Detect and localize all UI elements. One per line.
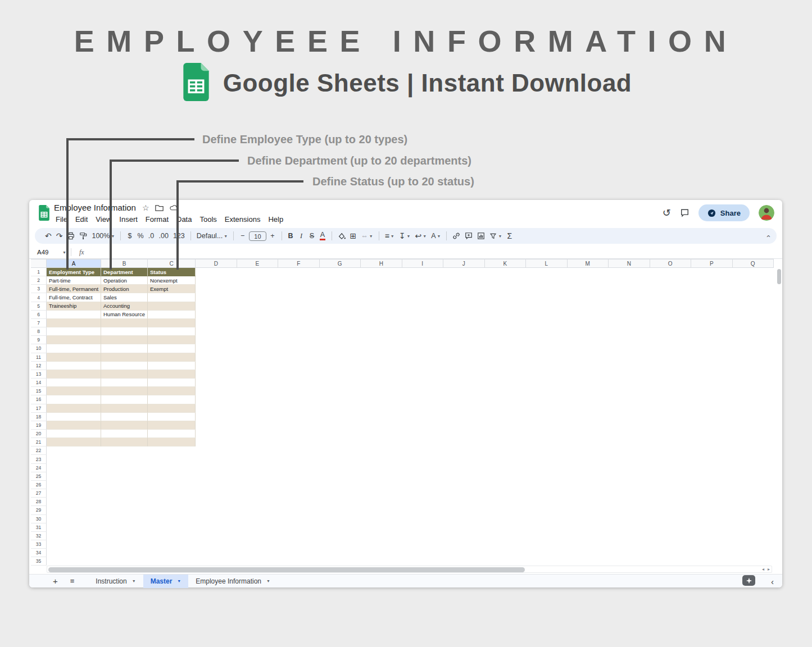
sheet-tab-menu-icon[interactable]: ▼ (132, 579, 136, 583)
cell-C4[interactable] (148, 293, 196, 302)
horizontal-align-icon[interactable]: ≡▼ (383, 232, 397, 240)
menu-insert[interactable]: Insert (115, 214, 142, 225)
sheet-tab-employee-information[interactable]: Employee Information▼ (188, 575, 278, 588)
row-header-35[interactable]: 35 (31, 557, 47, 566)
row-header-7[interactable]: 7 (31, 319, 47, 327)
row-header-23[interactable]: 23 (31, 455, 47, 463)
cell-C5[interactable] (148, 302, 196, 311)
italic-button[interactable]: I (296, 233, 307, 240)
cell-C27[interactable] (148, 489, 196, 498)
cell-A22[interactable] (47, 446, 101, 455)
row-header-12[interactable]: 12 (31, 362, 47, 370)
cell-B25[interactable] (101, 472, 148, 481)
cell-C25[interactable] (148, 472, 196, 481)
cell-B7[interactable] (101, 319, 148, 327)
bold-button[interactable]: B (285, 233, 296, 240)
decrease-font-button[interactable]: − (237, 233, 248, 240)
row-header-25[interactable]: 25 (31, 472, 47, 481)
column-header-N[interactable]: N (609, 259, 650, 268)
row-header-4[interactable]: 4 (31, 293, 47, 302)
column-header-I[interactable]: I (402, 259, 444, 268)
gemini-sparkle-icon[interactable] (742, 575, 755, 586)
row-header-20[interactable]: 20 (31, 430, 47, 438)
horizontal-scrollbar[interactable]: ◂▸ (47, 566, 772, 573)
zoom-select[interactable]: 100%▼ (89, 233, 117, 240)
increase-decimal-button[interactable]: .00 (157, 233, 171, 240)
cell-B33[interactable] (101, 540, 148, 549)
menu-help[interactable]: Help (264, 214, 287, 225)
cell-B34[interactable] (101, 549, 148, 557)
cell-B32[interactable] (101, 532, 148, 540)
increase-font-button[interactable]: + (267, 233, 278, 240)
font-size-input[interactable]: 10 (249, 231, 266, 241)
move-folder-icon[interactable] (155, 204, 164, 211)
cell-B4[interactable]: Sales (101, 293, 148, 302)
row-header-11[interactable]: 11 (31, 353, 47, 362)
row-header-33[interactable]: 33 (31, 540, 47, 549)
cell-B15[interactable] (101, 387, 148, 395)
scroll-left-icon[interactable]: ◂ (762, 567, 764, 572)
cell-C13[interactable] (148, 370, 196, 379)
cell-B35[interactable] (101, 557, 148, 566)
merge-cells-icon[interactable]: ⇔▼ (359, 233, 375, 240)
cell-B13[interactable] (101, 370, 148, 379)
column-header-K[interactable]: K (485, 259, 527, 268)
row-header-10[interactable]: 10 (31, 344, 47, 353)
cell-B14[interactable] (101, 379, 148, 387)
cell-B24[interactable] (101, 464, 148, 472)
cell-C33[interactable] (148, 540, 196, 549)
collapse-toolbar-icon[interactable]: › (763, 235, 772, 237)
cell-A6[interactable] (47, 311, 101, 319)
row-header-5[interactable]: 5 (31, 302, 47, 311)
cell-C24[interactable] (148, 464, 196, 472)
column-header-L[interactable]: L (526, 259, 568, 268)
cell-A20[interactable] (47, 430, 101, 438)
menu-extensions[interactable]: Extensions (221, 214, 265, 225)
cell-A11[interactable] (47, 353, 101, 362)
column-header-C[interactable]: C (148, 259, 196, 268)
cell-B27[interactable] (101, 489, 148, 498)
cell-C12[interactable] (148, 362, 196, 370)
cell-B17[interactable] (101, 404, 148, 413)
cell-B30[interactable] (101, 515, 148, 523)
format-percent-button[interactable]: % (135, 233, 146, 240)
cell-C22[interactable] (148, 446, 196, 455)
functions-icon[interactable]: Σ (504, 232, 515, 240)
column-header-Q[interactable]: Q (733, 259, 774, 268)
cell-A29[interactable] (47, 506, 101, 514)
insert-comment-icon[interactable] (462, 232, 475, 240)
strikethrough-button[interactable]: S (307, 233, 317, 240)
cell-A35[interactable] (47, 557, 101, 566)
menu-format[interactable]: Format (142, 214, 173, 225)
row-header-31[interactable]: 31 (31, 523, 47, 532)
cell-C3[interactable]: Exempt (148, 285, 196, 293)
sheet-tab-master[interactable]: Master▼ (143, 575, 189, 588)
column-header-J[interactable]: J (443, 259, 485, 268)
cell-A23[interactable] (47, 455, 101, 463)
cell-A5[interactable]: Traineeship (47, 302, 101, 311)
redo-icon[interactable]: ↷ (54, 232, 65, 240)
cell-C35[interactable] (148, 557, 196, 566)
row-header-6[interactable]: 6 (31, 311, 47, 319)
cell-B1[interactable]: Department (101, 268, 148, 276)
cell-A1[interactable]: Employment Type (47, 268, 101, 276)
cell-B11[interactable] (101, 353, 148, 362)
insert-link-icon[interactable] (450, 232, 462, 240)
cell-C21[interactable] (148, 438, 196, 446)
row-header-14[interactable]: 14 (31, 379, 47, 387)
row-header-21[interactable]: 21 (31, 438, 47, 446)
cell-B9[interactable] (101, 336, 148, 344)
avatar[interactable] (759, 205, 774, 221)
row-header-26[interactable]: 26 (31, 481, 47, 489)
cell-A33[interactable] (47, 540, 101, 549)
cell-A32[interactable] (47, 532, 101, 540)
cell-B5[interactable]: Accounting (101, 302, 148, 311)
vertical-align-icon[interactable]: ↧▼ (397, 232, 413, 240)
row-header-15[interactable]: 15 (31, 387, 47, 395)
cell-B23[interactable] (101, 455, 148, 463)
row-header-8[interactable]: 8 (31, 327, 47, 336)
column-header-P[interactable]: P (691, 259, 733, 268)
cell-B31[interactable] (101, 523, 148, 532)
row-header-30[interactable]: 30 (31, 515, 47, 523)
column-header-E[interactable]: E (237, 259, 279, 268)
